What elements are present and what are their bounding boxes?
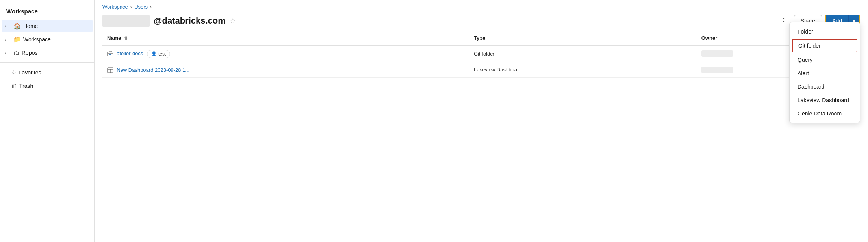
favorite-star-icon[interactable]: ☆ [230,17,236,25]
svg-rect-0 [108,52,113,56]
star-icon: ☆ [11,69,16,76]
cell-type-2: Lakeview Dashboa... [469,62,697,77]
chevron-right-icon: › [5,50,10,55]
main-content: Workspace › Users › @databricks.com ☆ ⋮ … [95,0,868,242]
item-link-atelier[interactable]: atelier-docs [117,50,143,56]
cell-type-1: Git folder [469,45,697,62]
item-link-dashboard[interactable]: New Dashboard 2023-09-28 1... [117,67,189,73]
chevron-right-icon: › [5,37,10,42]
page-title: @databricks.com [154,16,226,26]
table-row: atelier-docs 👤 test Git folder [102,45,860,62]
breadcrumb-separator-2: › [150,4,152,10]
sidebar-item-home[interactable]: › 🏠 Home [2,20,93,32]
sidebar-item-repos[interactable]: › 🗂 Repos [2,47,93,59]
table-header-row: Name ⇅ Type Owner [102,31,860,45]
cell-name-1: atelier-docs 👤 test [102,45,469,62]
main-panel: Workspace › Users › @databricks.com ☆ ⋮ … [95,0,868,242]
dropdown-item-dashboard[interactable]: Dashboard [790,80,860,93]
breadcrumb: Workspace › Users › [95,0,868,12]
more-options-button[interactable]: ⋮ [777,15,791,27]
repos-icon: 🗂 [13,49,19,56]
tag-user-icon: 👤 [151,51,157,56]
table-container: Name ⇅ Type Owner [95,31,868,242]
trash-icon: 🗑 [11,82,17,89]
breadcrumb-users[interactable]: Users [134,4,148,10]
items-table: Name ⇅ Type Owner [102,31,860,78]
column-name: Name ⇅ [102,31,469,45]
sort-icon: ⇅ [124,36,128,41]
sidebar-item-trash[interactable]: 🗑 Trash [2,80,93,92]
sidebar-item-favorites[interactable]: ☆ Favorites [2,66,93,79]
dropdown-item-genie[interactable]: Genie Data Room [790,107,860,120]
home-icon: 🏠 [13,22,21,30]
breadcrumb-workspace[interactable]: Workspace [102,4,128,10]
dropdown-item-query[interactable]: Query [790,53,860,67]
sidebar-divider [0,62,94,63]
table-row: New Dashboard 2023-09-28 1... Lakeview D… [102,62,860,77]
sidebar-title: Workspace [0,5,94,19]
cell-name-2: New Dashboard 2023-09-28 1... [102,62,469,77]
dropdown-item-folder[interactable]: Folder [790,25,860,38]
user-avatar [102,15,150,27]
dropdown-item-lakeview[interactable]: Lakeview Dashboard [790,93,860,107]
dashboard-icon [107,66,117,73]
tag-badge: 👤 test [147,50,170,58]
chevron-right-icon: › [5,24,10,28]
folder-icon: 📁 [13,36,21,43]
dropdown-item-git-folder[interactable]: Git folder [792,39,857,52]
breadcrumb-separator: › [130,4,132,10]
page-header: @databricks.com ☆ ⋮ Share Add ▾ [95,12,868,31]
dropdown-item-alert[interactable]: Alert [790,67,860,80]
column-type: Type [469,31,697,45]
git-folder-icon [107,50,117,56]
add-dropdown-menu: Folder Git folder Query Alert Dashboard … [789,22,860,123]
sidebar-item-workspace[interactable]: › 📁 Workspace [2,33,93,46]
sidebar: Workspace › 🏠 Home › 📁 Workspace › 🗂 Rep… [0,0,95,242]
